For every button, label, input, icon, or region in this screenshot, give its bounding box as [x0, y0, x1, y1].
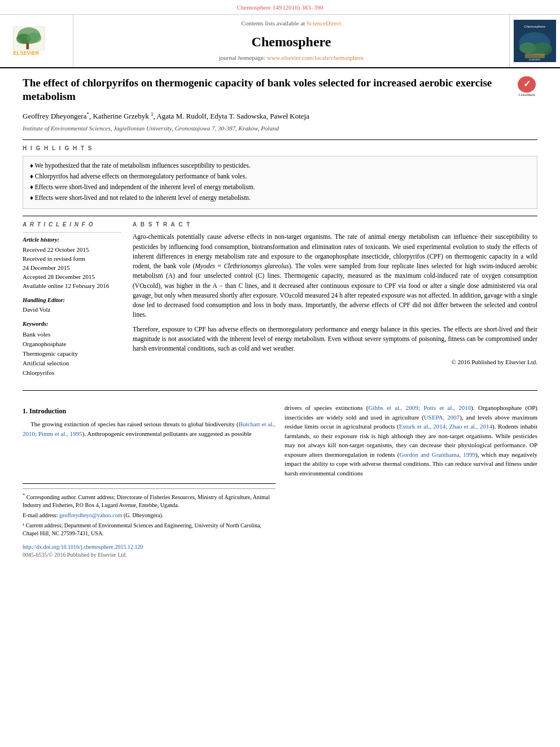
- keyword-4: Artificial selection: [23, 359, 121, 368]
- crossmark-icon: ✓: [518, 76, 536, 93]
- footnote-1-text: ¹ Current address; Department of Environ…: [23, 522, 275, 538]
- journal-citation: Chemosphere 149 (2016) 383–390: [237, 4, 323, 11]
- issn-text: 0045-6535/© 2016 Published by Elsevier L…: [23, 551, 537, 559]
- journal-header: ELSEVIER Contents lists available at Sci…: [0, 15, 560, 68]
- email-link[interactable]: geoffreydheyo@yahoo.com: [59, 512, 123, 518]
- divider-1: [23, 139, 537, 140]
- main-col-left: 1. Introduction The growing extinction o…: [23, 403, 275, 540]
- history-label: Article history:: [23, 236, 121, 244]
- keywords-list: Bank voles Organophosphate Thermogenic c…: [23, 330, 121, 378]
- accepted-date: Accepted 28 December 2015: [23, 273, 121, 282]
- crossmark-badge[interactable]: ✓ CrossMark: [516, 76, 537, 98]
- highlights-header: H I G H L I G H T S: [23, 145, 537, 152]
- abstract-copyright: © 2016 Published by Elsevier Ltd.: [133, 358, 537, 366]
- elsevier-logo-area: ELSEVIER: [0, 15, 73, 67]
- journal-homepage: journal homepage: www.elsevier.com/locat…: [219, 54, 364, 62]
- corresponding-author-note: * Corresponding author. Current address;…: [23, 492, 275, 509]
- affiliation: Institute of Environmental Sciences, Jag…: [23, 124, 537, 133]
- main-body: 1. Introduction The growing extinction o…: [0, 403, 560, 540]
- svg-text:Chemosphere: Chemosphere: [524, 25, 545, 28]
- elsevier-logo-svg: ELSEVIER: [8, 24, 65, 58]
- footnotes-divider: [23, 483, 275, 484]
- footnotes: * Corresponding author. Current address;…: [23, 488, 275, 538]
- sciencedirect-label: Contents lists available at ScienceDirec…: [241, 19, 341, 28]
- page: Chemosphere 149 (2016) 383–390 ELSEVIER …: [0, 0, 560, 747]
- keyword-1: Bank voles: [23, 330, 121, 339]
- abstract-para-2: Therefore, exposure to CPF has adverse e…: [133, 325, 537, 354]
- keywords-label: Keywords:: [23, 320, 121, 329]
- intro-para-right: drivers of species extinctions (Gibbs et…: [285, 403, 537, 478]
- highlight-1: We hypothesized that the rate of metabol…: [30, 161, 530, 170]
- svg-text:ELSEVIER: ELSEVIER: [13, 50, 39, 55]
- intro-section-title: 1. Introduction: [23, 407, 275, 416]
- intro-text-left: The growing extinction of species has ra…: [23, 420, 275, 438]
- journal-cover-area: Chemosphere ELSEVIER: [509, 15, 560, 67]
- intro-text-right: drivers of species extinctions (Gibbs et…: [285, 403, 537, 478]
- article-content: The effect of chlorpyrifos on thermogeni…: [0, 68, 560, 404]
- journal-title: Chemosphere: [252, 33, 331, 52]
- article-history: Article history: Received 22 October 201…: [23, 236, 121, 290]
- sciencedirect-link[interactable]: ScienceDirect: [307, 20, 342, 27]
- article-info-header: A R T I C L E I N F O: [23, 221, 121, 229]
- handling-editor-label: Handling Editor:: [23, 296, 121, 305]
- abstract-text: Agro-chemicals potentially cause adverse…: [133, 232, 537, 353]
- svg-point-3: [27, 32, 41, 42]
- svg-rect-4: [26, 43, 29, 49]
- cover-art: Chemosphere ELSEVIER: [514, 20, 556, 62]
- svg-text:ELSEVIER: ELSEVIER: [529, 58, 540, 61]
- email-note: E-mail address: geoffreydheyo@yahoo.com …: [23, 512, 275, 519]
- article-title-area: The effect of chlorpyrifos on thermogeni…: [23, 76, 537, 104]
- divider-3: [23, 390, 537, 391]
- abstract-para-1: Agro-chemicals potentially cause adverse…: [133, 232, 537, 320]
- highlight-3: Effects were short-lived and independent…: [30, 182, 530, 191]
- highlight-2: Chlorpyrifos had adverse effects on ther…: [30, 172, 530, 181]
- highlights-box: We hypothesized that the rate of metabol…: [23, 156, 537, 209]
- handling-editor-name: David Volz: [23, 305, 121, 314]
- keyword-5: Chlorpyrifos: [23, 368, 121, 378]
- handling-editor-group: Handling Editor: David Volz: [23, 296, 121, 315]
- author-names: Geoffrey Dheyongera*, Katherine Grzebyk …: [23, 112, 309, 120]
- highlight-4: Effects were short-lived and not related…: [30, 193, 530, 202]
- article-info-col: A R T I C L E I N F O Article history: R…: [23, 221, 121, 383]
- article-title-text: The effect of chlorpyrifos on thermogeni…: [23, 76, 516, 104]
- journal-cover-image: Chemosphere ELSEVIER: [514, 20, 556, 62]
- keyword-3: Thermogenic capacity: [23, 349, 121, 359]
- info-divider: [23, 232, 121, 233]
- bottom-links: http://dx.doi.org/10.1016/j.chemosphere.…: [0, 540, 560, 561]
- info-abstract-area: A R T I C L E I N F O Article history: R…: [23, 221, 537, 383]
- keywords-group: Keywords: Bank voles Organophosphate The…: [23, 320, 121, 378]
- received-date: Received 22 October 2015: [23, 246, 121, 255]
- keyword-2: Organophosphate: [23, 339, 121, 349]
- journal-homepage-link[interactable]: www.elsevier.com/locate/chemosphere: [267, 54, 364, 61]
- journal-bar: Chemosphere 149 (2016) 383–390: [0, 0, 560, 15]
- intro-para-1: The growing extinction of species has ra…: [23, 420, 275, 438]
- svg-rect-11: [525, 54, 545, 58]
- abstract-header: A B S T R A C T: [133, 221, 537, 229]
- available-date: Available online 12 February 2016: [23, 282, 121, 291]
- received-revised: Received in revised form24 December 2015: [23, 255, 121, 273]
- doi-link[interactable]: http://dx.doi.org/10.1016/j.chemosphere.…: [23, 543, 537, 551]
- divider-2: [23, 216, 537, 216]
- authors: Geoffrey Dheyongera*, Katherine Grzebyk …: [23, 111, 537, 122]
- main-col-right: drivers of species extinctions (Gibbs et…: [285, 403, 537, 540]
- journal-header-center: Contents lists available at ScienceDirec…: [73, 15, 509, 67]
- abstract-col: A B S T R A C T Agro-chemicals potential…: [133, 221, 537, 383]
